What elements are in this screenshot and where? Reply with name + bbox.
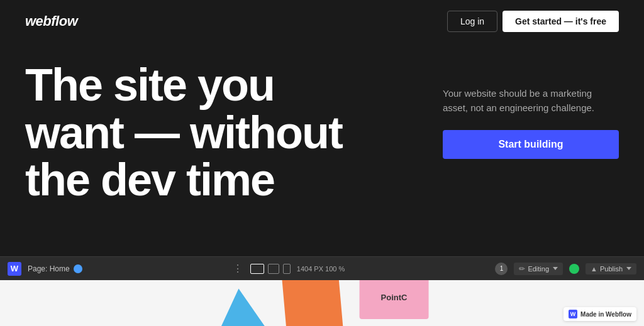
canvas-size: 1404 PX 100 % xyxy=(297,265,345,273)
page-dot xyxy=(74,264,82,273)
bar-more-icon[interactable]: ⋮ xyxy=(233,263,244,274)
pink-card-shape: PointC xyxy=(360,280,429,318)
upload-icon: ▲ xyxy=(591,265,597,273)
pencil-icon: ✏ xyxy=(519,264,525,273)
designer-bar: W Page: Home ⋮ 1404 PX 100 % 1 ✏ Editing… xyxy=(0,256,644,280)
start-building-button[interactable]: Start building xyxy=(443,130,619,159)
hero-tagline: Your website should be a marketing asset… xyxy=(443,87,619,115)
hero-section: The site you want — without the dev time… xyxy=(0,43,644,256)
status-green-icon xyxy=(569,264,579,274)
editing-mode-button[interactable]: ✏ Editing xyxy=(514,263,563,275)
page-label[interactable]: Page: Home xyxy=(28,264,82,273)
preview-shapes: CA PointC xyxy=(213,280,431,326)
blue-triangle-shape xyxy=(214,286,268,326)
logo: webflow xyxy=(25,13,77,30)
user-count: 1 xyxy=(495,263,508,275)
nav-buttons: Log in Get started — it's free xyxy=(447,11,619,32)
preview-strip: CA PointC W Made in Webflow xyxy=(0,280,644,326)
device-icons xyxy=(250,264,291,274)
hero-left: The site you want — without the dev time xyxy=(25,62,443,204)
editing-chevron-icon xyxy=(553,267,558,270)
tablet-icon[interactable] xyxy=(268,264,279,274)
desktop-icon[interactable] xyxy=(250,264,264,274)
get-started-button[interactable]: Get started — it's free xyxy=(502,11,619,32)
hero-heading: The site you want — without the dev time xyxy=(25,62,402,204)
navbar: webflow Log in Get started — it's free xyxy=(0,0,644,43)
designer-logo: W xyxy=(8,262,21,276)
phone-icon[interactable] xyxy=(283,264,291,274)
publish-chevron-icon xyxy=(626,267,631,270)
made-in-webflow-badge: W Made in Webflow xyxy=(564,307,636,321)
orange-card-shape: CA xyxy=(281,280,343,326)
publish-button[interactable]: ▲ Publish xyxy=(586,263,636,274)
login-button[interactable]: Log in xyxy=(447,11,497,32)
webflow-w-icon: W xyxy=(569,310,577,318)
hero-right: Your website should be a marketing asset… xyxy=(443,62,619,159)
